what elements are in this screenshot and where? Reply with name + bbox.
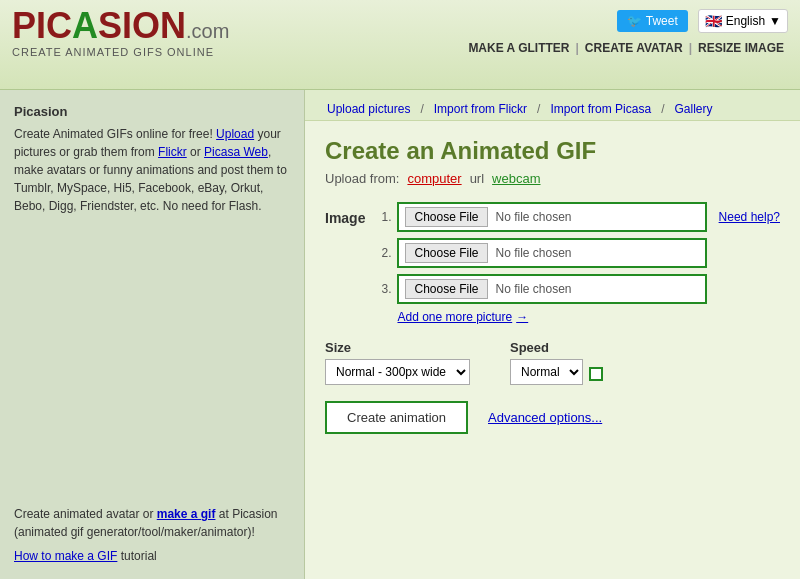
- tab-upload-pictures[interactable]: Upload pictures: [319, 98, 418, 120]
- need-help-link[interactable]: Need help?: [719, 202, 780, 324]
- tutorial-text: tutorial: [117, 549, 156, 563]
- sidebar-top: Picasion Create Animated GIFs online for…: [14, 104, 290, 215]
- tab-sep-3: /: [659, 98, 666, 120]
- file-row-1: 1. Choose File No file chosen: [377, 202, 706, 232]
- main-layout: Picasion Create Animated GIFs online for…: [0, 90, 800, 579]
- tagline: CREATE ANIMATED GIFS ONLINE: [12, 46, 229, 58]
- file-name-1: No file chosen: [496, 210, 572, 224]
- upload-url-link[interactable]: url: [470, 171, 484, 186]
- speed-select[interactable]: Normal Slow Fast: [510, 359, 583, 385]
- upload-from-label: Upload from:: [325, 171, 399, 186]
- logo-pic: PIC: [12, 5, 72, 46]
- file-number-3: 3.: [377, 282, 391, 296]
- how-to-row: How to make a GIF tutorial: [14, 547, 290, 565]
- logo-area: PICASION.com CREATE ANIMATED GIFS ONLINE: [12, 8, 229, 58]
- header-actions-top: 🐦 Tweet 🇬🇧 English ▼: [617, 9, 788, 33]
- speed-label: Speed: [510, 340, 603, 355]
- choose-file-btn-1[interactable]: Choose File: [405, 207, 487, 227]
- choose-file-btn-2[interactable]: Choose File: [405, 243, 487, 263]
- header: PICASION.com CREATE ANIMATED GIFS ONLINE…: [0, 0, 800, 90]
- upload-link[interactable]: Upload: [216, 127, 254, 141]
- language-selector[interactable]: 🇬🇧 English ▼: [698, 9, 788, 33]
- file-row-3: 3. Choose File No file chosen: [377, 274, 706, 304]
- sidebar: Picasion Create Animated GIFs online for…: [0, 90, 305, 579]
- sidebar-bottom: Create animated avatar or make a gif at …: [14, 505, 290, 565]
- file-inputs-area: 1. Choose File No file chosen 2. Choose …: [377, 202, 706, 324]
- action-row: Create animation Advanced options...: [325, 401, 780, 434]
- nav-sep-1: |: [575, 41, 578, 55]
- create-animation-button[interactable]: Create animation: [325, 401, 468, 434]
- content-area: Upload pictures / Import from Flickr / I…: [305, 90, 800, 579]
- file-name-2: No file chosen: [496, 246, 572, 260]
- size-select[interactable]: Normal - 300px wide Small - 160px wide L…: [325, 359, 470, 385]
- tab-import-picasa[interactable]: Import from Picasa: [542, 98, 659, 120]
- file-row-2: 2. Choose File No file chosen: [377, 238, 706, 268]
- size-label: Size: [325, 340, 470, 355]
- file-input-1: Choose File No file chosen: [397, 202, 706, 232]
- file-input-3: Choose File No file chosen: [397, 274, 706, 304]
- make-gif-link[interactable]: make a gif: [157, 507, 216, 521]
- content-body: Create an Animated GIF Upload from: comp…: [305, 121, 800, 450]
- language-label: English: [726, 14, 765, 28]
- sidebar-text-1: Create animated avatar or: [14, 507, 157, 521]
- file-number-2: 2.: [377, 246, 391, 260]
- sidebar-bottom-text: Create animated avatar or make a gif at …: [14, 505, 290, 541]
- file-name-3: No file chosen: [496, 282, 572, 296]
- upload-from-row: Upload from: computer url webcam: [325, 171, 780, 186]
- nav-links: MAKE A GLITTER | CREATE AVATAR | RESIZE …: [464, 39, 788, 57]
- flickr-link[interactable]: Flickr: [158, 145, 187, 159]
- size-group: Size Normal - 300px wide Small - 160px w…: [325, 340, 470, 385]
- arrow-icon: →: [516, 310, 528, 324]
- header-right: 🐦 Tweet 🇬🇧 English ▼ MAKE A GLITTER | CR…: [464, 9, 788, 57]
- page-title: Create an Animated GIF: [325, 137, 780, 165]
- file-input-2: Choose File No file chosen: [397, 238, 706, 268]
- speed-group: Speed Normal Slow Fast: [510, 340, 603, 385]
- chevron-down-icon: ▼: [769, 14, 781, 28]
- image-label: Image: [325, 202, 365, 324]
- tab-import-flickr[interactable]: Import from Flickr: [426, 98, 535, 120]
- sidebar-title: Picasion: [14, 104, 290, 119]
- choose-file-btn-3[interactable]: Choose File: [405, 279, 487, 299]
- logo: PICASION.com: [12, 8, 229, 44]
- nav-resize-image[interactable]: RESIZE IMAGE: [694, 39, 788, 57]
- add-more-picture-link[interactable]: Add one more picture →: [397, 310, 706, 324]
- speed-row: Normal Slow Fast: [510, 359, 603, 385]
- sidebar-description: Create Animated GIFs online for free! Up…: [14, 125, 290, 215]
- nav-make-glitter[interactable]: MAKE A GLITTER: [464, 39, 573, 57]
- tab-sep-1: /: [418, 98, 425, 120]
- advanced-options-link[interactable]: Advanced options...: [488, 410, 602, 425]
- tab-sep-2: /: [535, 98, 542, 120]
- picasa-link[interactable]: Picasa Web: [204, 145, 268, 159]
- logo-a: A: [72, 5, 98, 46]
- logo-sion: SION: [98, 5, 186, 46]
- nav-create-avatar[interactable]: CREATE AVATAR: [581, 39, 687, 57]
- upload-computer-link[interactable]: computer: [407, 171, 461, 186]
- options-row: Size Normal - 300px wide Small - 160px w…: [325, 340, 780, 385]
- image-section: Image 1. Choose File No file chosen 2. C…: [325, 202, 780, 324]
- tweet-button[interactable]: 🐦 Tweet: [617, 10, 688, 32]
- tweet-label: Tweet: [646, 14, 678, 28]
- speed-checkbox[interactable]: [589, 367, 603, 381]
- twitter-icon: 🐦: [627, 14, 642, 28]
- nav-sep-2: |: [689, 41, 692, 55]
- how-to-link[interactable]: How to make a GIF: [14, 549, 117, 563]
- add-more-label: Add one more picture: [397, 310, 512, 324]
- logo-com: .com: [186, 20, 229, 42]
- advanced-label: Advanced options...: [488, 410, 602, 425]
- file-number-1: 1.: [377, 210, 391, 224]
- flag-icon: 🇬🇧: [705, 13, 722, 29]
- content-tabs: Upload pictures / Import from Flickr / I…: [305, 90, 800, 121]
- upload-webcam-link[interactable]: webcam: [492, 171, 540, 186]
- tab-gallery[interactable]: Gallery: [666, 98, 720, 120]
